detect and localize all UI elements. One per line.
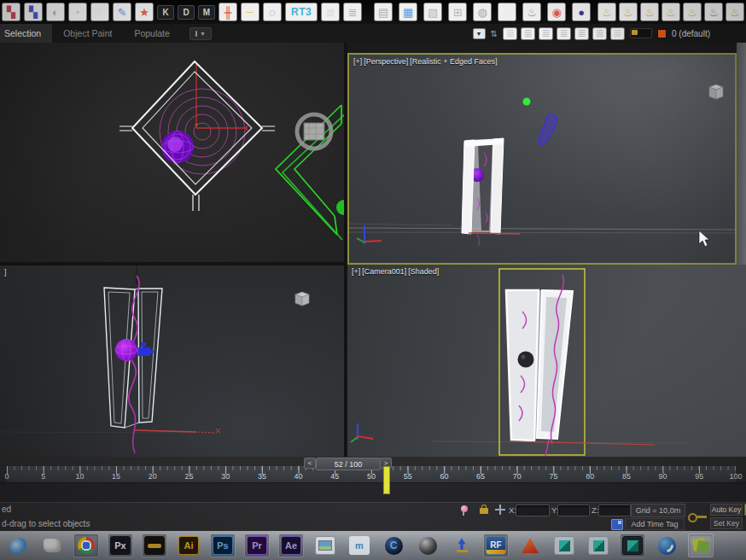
spinner-icon[interactable]: ⇅ bbox=[491, 29, 498, 38]
taskbar-app-paper[interactable] bbox=[39, 534, 65, 557]
layer-stack-1-icon[interactable]: ≣ bbox=[503, 27, 517, 40]
viewport-menu-shading[interactable]: [Shaded] bbox=[408, 267, 439, 276]
layer-list-toggle[interactable] bbox=[630, 28, 652, 38]
time-ruler[interactable]: 0510152025303540455055606570758085909510… bbox=[7, 466, 736, 482]
viewport-menu-plus[interactable]: [+] bbox=[353, 57, 362, 66]
motion-mixer-icon[interactable]: M bbox=[198, 5, 215, 20]
viewport-top[interactable] bbox=[0, 43, 344, 262]
z-coordinate-field[interactable] bbox=[598, 505, 631, 516]
selection-filter-dropdown[interactable]: ▼ bbox=[473, 28, 486, 39]
taskbar-3dsmax-2[interactable] bbox=[586, 534, 611, 557]
key-filter-icon[interactable] bbox=[688, 511, 708, 522]
purple-sphere-object[interactable] bbox=[115, 339, 137, 361]
playhead[interactable] bbox=[383, 466, 390, 494]
tab-object-paint[interactable]: Object Paint bbox=[52, 24, 123, 43]
gold-teapot-1-icon[interactable]: ♨ bbox=[597, 3, 616, 21]
teapot-white-icon[interactable]: ♨ bbox=[498, 3, 516, 21]
auto-key-button[interactable]: Auto Key bbox=[710, 504, 743, 516]
layer-stack-3-icon[interactable]: ≣ bbox=[539, 27, 553, 40]
teapot-grey-icon[interactable]: ♨ bbox=[522, 3, 541, 21]
character-star-icon[interactable]: ★ bbox=[135, 3, 154, 21]
taskbar-realflow[interactable]: RF bbox=[483, 534, 509, 557]
curve-editor-icon[interactable]: K bbox=[157, 5, 174, 20]
previous-frame-button[interactable]: < bbox=[304, 458, 316, 469]
gold-teapot-2-icon[interactable]: ♨ bbox=[619, 3, 638, 21]
array-grid-icon[interactable]: ╫ bbox=[219, 3, 237, 21]
scene-slot-icon-2[interactable]: ▚ bbox=[24, 3, 43, 21]
layer-stack-2-icon[interactable]: ≣ bbox=[521, 27, 535, 40]
environment-globe-icon[interactable]: ◍ bbox=[473, 3, 492, 21]
green-dot-object[interactable] bbox=[523, 98, 531, 106]
layer-stack-7-icon[interactable]: ≣ bbox=[610, 27, 625, 40]
indigo-blob-icon[interactable]: ● bbox=[572, 3, 591, 21]
tab-populate[interactable]: Populate bbox=[123, 24, 180, 43]
cloth-icon[interactable]: T bbox=[90, 3, 109, 21]
taskbar-maxon[interactable]: m bbox=[347, 534, 372, 557]
isolate-pin-icon[interactable] bbox=[461, 505, 468, 512]
track-bar[interactable] bbox=[0, 482, 746, 503]
layer-bulb-icon[interactable]: ≣ bbox=[321, 3, 340, 21]
viewport-menu-plus[interactable]: [+] bbox=[352, 267, 360, 276]
taskbar-chrome[interactable] bbox=[73, 534, 99, 557]
selection-lock-icon[interactable] bbox=[480, 508, 488, 514]
taskbar-figure-app[interactable] bbox=[449, 534, 475, 557]
viewport-menu-shading[interactable]: [Realistic + Edged Faces] bbox=[410, 57, 497, 66]
populate-flyout-button[interactable]: ▼ bbox=[189, 27, 212, 40]
gold-teapot-4-icon[interactable]: ♨ bbox=[661, 3, 680, 21]
lifesaver-icon[interactable]: ◉ bbox=[547, 3, 566, 21]
taskbar-app-swirl[interactable] bbox=[5, 534, 31, 557]
dark-sphere-hole[interactable] bbox=[518, 352, 534, 368]
gold-teapot-5-icon[interactable]: ♨ bbox=[683, 3, 702, 21]
add-window-icon[interactable]: ⊞ bbox=[448, 3, 467, 21]
set-key-button[interactable]: Set Key bbox=[710, 517, 743, 529]
viewport-menu-view[interactable]: [Perspective] bbox=[364, 57, 408, 66]
spacing-dashes-icon[interactable]: ┄ bbox=[241, 3, 259, 21]
viewport-camera[interactable]: [+] [Camera001] [Shaded] bbox=[347, 265, 746, 457]
current-layer-label[interactable]: 0 (default) bbox=[672, 29, 710, 38]
taskbar-premiere[interactable]: Pr bbox=[244, 534, 270, 557]
gold-teapot-3-icon[interactable]: ♨ bbox=[640, 3, 659, 21]
frame-window-icon[interactable]: ▧ bbox=[423, 3, 442, 21]
viewport-left[interactable]: ] bbox=[0, 265, 344, 457]
tower-object[interactable] bbox=[462, 138, 520, 246]
taskbar-pixlr[interactable]: Px bbox=[108, 534, 133, 557]
layer-stack-5-icon[interactable]: ≣ bbox=[574, 27, 589, 40]
viewport-menu-view[interactable]: [Camera001] bbox=[362, 267, 406, 276]
taskbar-thunderbird[interactable] bbox=[654, 534, 679, 557]
soft-selection-icon[interactable]: ◌ bbox=[263, 3, 282, 21]
purple-sphere-object[interactable] bbox=[161, 131, 194, 163]
taskbar-3dsmax-active[interactable] bbox=[620, 534, 645, 557]
layer-stack-4-icon[interactable]: ≣ bbox=[557, 27, 571, 40]
taskbar-sphere-app[interactable] bbox=[415, 534, 440, 557]
magenta-spline-object[interactable] bbox=[129, 276, 139, 453]
taskbar-red-app[interactable] bbox=[517, 534, 543, 557]
dope-sheet-icon[interactable]: D bbox=[178, 5, 195, 20]
time-slider-handle[interactable]: 52 / 100 bbox=[316, 458, 381, 470]
layer-stack-6-icon[interactable]: ≣ bbox=[592, 27, 607, 40]
scene-slot-icon-1[interactable]: ▚ bbox=[2, 3, 20, 21]
taskbar-after-effects[interactable]: Ae bbox=[278, 534, 304, 557]
taskbar-3dsmax-1[interactable] bbox=[551, 534, 577, 557]
diamond-wireframe-object[interactable] bbox=[119, 61, 275, 211]
spray-brush-icon[interactable]: ✎ bbox=[113, 3, 131, 21]
viewport-perspective[interactable]: [+] [Perspective] [Realistic + Edged Fac… bbox=[347, 53, 737, 265]
viewport-label-partial[interactable]: ] bbox=[4, 268, 7, 277]
grey-teapot-icon[interactable]: ♨ bbox=[704, 3, 723, 21]
tower-shaded-object[interactable] bbox=[506, 290, 573, 440]
render-setup-icon[interactable]: ▦ bbox=[399, 3, 417, 21]
tab-selection[interactable]: Selection bbox=[0, 24, 52, 43]
gold-teapot-6-icon[interactable]: ♨ bbox=[726, 3, 744, 21]
add-time-tag-button[interactable]: Add Time Tag bbox=[625, 518, 685, 530]
helper-box-object[interactable] bbox=[295, 292, 309, 306]
transform-type-in-icon[interactable] bbox=[495, 505, 505, 515]
window-list-icon[interactable]: ▤ bbox=[374, 3, 393, 21]
taskbar-illustrator[interactable]: Ai bbox=[176, 534, 201, 557]
layer-color-swatch[interactable] bbox=[657, 29, 667, 38]
x-coordinate-field[interactable] bbox=[516, 505, 550, 516]
layer-cursor-icon[interactable]: ≣ bbox=[343, 3, 362, 21]
y-coordinate-field[interactable] bbox=[557, 505, 590, 516]
helper-box-object[interactable] bbox=[709, 85, 723, 99]
taskbar-dark-gold[interactable] bbox=[142, 534, 167, 557]
taskbar-sticky-notes[interactable] bbox=[688, 534, 714, 557]
rt3-label[interactable]: RT3 bbox=[285, 3, 318, 21]
